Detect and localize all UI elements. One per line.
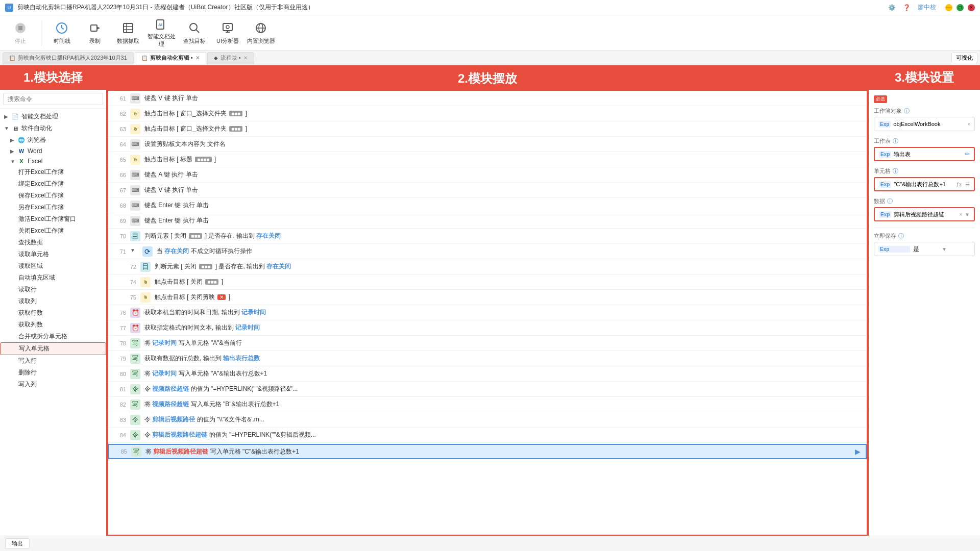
tree-item-software[interactable]: ▼ 🖥 软件自动化 [0, 122, 106, 134]
tab-1-close[interactable]: ✕ [195, 55, 200, 61]
play-icon-85[interactable]: ▶ [855, 447, 861, 456]
tree-item-get-rowcount[interactable]: 获取行数 [0, 307, 106, 319]
settings-section-data: 数据 ⓘ Exp 剪辑后视频路径超链 × ▼ [874, 197, 975, 221]
row-num-80: 80 [113, 371, 126, 377]
record-button[interactable]: 录制 [80, 18, 110, 48]
save-dropdown-icon[interactable]: ▼ [942, 246, 970, 252]
minimize-button[interactable]: — [945, 4, 952, 11]
flow-row-82[interactable]: 82 写 将 视频路径超链 写入单元格 "B"&输出表行总数+1 [108, 397, 867, 412]
row-content-71: 当 存在关闭 不成立时循环执行操作 [157, 247, 862, 256]
stop-button[interactable]: 停止 [5, 18, 36, 48]
tree-item-browser[interactable]: ▶ 🌐 浏览器 [0, 134, 106, 146]
svg-point-16 [226, 26, 229, 29]
row-num-71: 71 [113, 248, 126, 255]
timeline-button[interactable]: 时间线 [46, 18, 77, 48]
data-close-icon[interactable]: × [959, 212, 962, 217]
title-bar-controls[interactable]: ⚙️ ❓ 廖中校 — □ × [888, 3, 975, 12]
flow-row-74[interactable]: 74 🖱 触点击目标 [ 关闭 ■■■ ] [108, 274, 867, 290]
expand-icon-71[interactable]: ▼ [130, 247, 138, 256]
help-icon[interactable]: ❓ [903, 4, 911, 11]
data-field[interactable]: Exp 剪辑后视频路径超链 × ▼ [874, 207, 975, 221]
flow-row-80[interactable]: 80 写 将 记录时间 写入单元格 "A"&输出表行总数+1 [108, 366, 867, 382]
tree-item-read-col[interactable]: 读取列 [0, 295, 106, 307]
maximize-button[interactable]: □ [957, 4, 964, 11]
tree-item-ai-doc[interactable]: ▶ 📄 智能文档处理 [0, 111, 106, 122]
row-num-67: 67 [113, 187, 126, 193]
flow-row-83[interactable]: 83 令 令 剪辑后视频路径 的值为 "\\"&文件名&'.m... [108, 412, 867, 428]
output-button[interactable]: 输出 [5, 538, 30, 549]
tree-item-merge-cell[interactable]: 合并或拆分单元格 [0, 331, 106, 342]
worksheet-field[interactable]: Exp 输出表 ✏ [874, 147, 975, 161]
search-input[interactable] [3, 93, 103, 105]
flow-row-71[interactable]: 71 ▼ ⟳ 当 存在关闭 不成立时循环执行操作 [108, 244, 867, 259]
svg-point-13 [190, 23, 197, 31]
tab-1[interactable]: 📋 剪映自动化剪辑 • ✕ [135, 52, 206, 64]
row-content-80: 将 记录时间 写入单元格 "A"&输出表行总数+1 [144, 369, 862, 378]
close-button[interactable]: × [968, 4, 975, 11]
tree-item-saveas-excel[interactable]: 另存Excel工作簿 [0, 202, 106, 213]
workbook-close-icon[interactable]: × [967, 121, 970, 127]
ai-doc-button[interactable]: AI 智能文档处理 [146, 18, 177, 48]
tree-item-get-colcount[interactable]: 获取列数 [0, 319, 106, 331]
flow-row-79[interactable]: 79 写 获取有数据的行总数, 输出到 输出表行总数 [108, 351, 867, 366]
row-content-69: 键盘 Enter 键 执行 单击 [144, 216, 862, 225]
tree-icon: 📄 [12, 113, 19, 120]
tab-2-icon: ◆ [214, 55, 218, 61]
row-icon-64: ⌨ [130, 139, 140, 149]
tab-2[interactable]: ◆ 流程块 • ✕ [207, 52, 254, 64]
tree-item-find-data[interactable]: 查找数据 [0, 237, 106, 248]
data-capture-button[interactable]: 数据抓取 [113, 18, 143, 48]
flow-row-75[interactable]: 75 🖱 触点击目标 [ 关闭剪映 ✕ ] [108, 290, 867, 305]
worksheet-help-icon: ⓘ [893, 137, 898, 145]
builtin-browser-button[interactable]: 内置浏览器 [246, 18, 276, 48]
flow-row-85[interactable]: 85 写 将 剪辑后视频路径超链 写入单元格 "C"&输出表行总数+1 ▶ [108, 444, 867, 459]
flow-row-76[interactable]: 76 ⏰ 获取本机当前的时间和日期, 输出到 记录时间 [108, 305, 867, 320]
row-icon-78: 写 [130, 338, 140, 348]
flow-row-67[interactable]: 67 ⌨ 键盘 V 键 执行 单击 [108, 183, 867, 198]
flow-row-68[interactable]: 68 ⌨ 键盘 Enter 键 执行 单击 [108, 198, 867, 213]
tree-item-read-range[interactable]: 读取区域 [0, 260, 106, 272]
tree-item-write-row[interactable]: 写入行 [0, 355, 106, 367]
settings-icon[interactable]: ⚙️ [888, 4, 896, 11]
flow-row-63[interactable]: 63 🖱 触点击目标 [ 窗口_选择文件夹 ■■■ ] [108, 121, 867, 137]
flow-row-72[interactable]: 72 目 判断元素 [ 关闭 ■■■ ] 是否存在, 输出到 存在关闭 [108, 259, 867, 274]
tab-0[interactable]: 📋 剪映自化剪映口播RPA机器人2023年10月31 [3, 52, 134, 64]
tree-item-save-excel[interactable]: 保存Excel工作簿 [0, 190, 106, 202]
tree-item-word[interactable]: ▶ W Word [0, 146, 106, 156]
tree-item-bind-excel[interactable]: 绑定Excel工作簿 [0, 178, 106, 190]
tree-item-open-excel[interactable]: 打开Excel工作簿 [0, 166, 106, 178]
tree-item-autofill[interactable]: 自动填充区域 [0, 272, 106, 284]
tree-item-activate-excel[interactable]: 激活Excel工作簿窗口 [0, 213, 106, 225]
flow-row-66[interactable]: 66 ⌨ 键盘 A 键 执行 单击 [108, 167, 867, 183]
row-content-75: 触点击目标 [ 关闭剪映 ✕ ] [155, 293, 862, 302]
flow-row-70[interactable]: 70 目 判断元素 [ 关闭 ■■■ ] 是否存在, 输出到 存在关闭 [108, 229, 867, 244]
worksheet-edit-icon[interactable]: ✏ [965, 151, 970, 158]
visibility-button[interactable]: 可视化 [951, 53, 977, 63]
tree-item-close-excel[interactable]: 关闭Excel工作簿 [0, 225, 106, 237]
flow-row-62[interactable]: 62 🖱 触点击目标 [ 窗口_选择文件夹 ■■■ ] [108, 106, 867, 121]
flow-row-81[interactable]: 81 令 令 视频路径超链 的值为 "=HYPERLINK(""&视频路径&".… [108, 382, 867, 397]
tree-item-write-col[interactable]: 写入列 [0, 379, 106, 390]
flow-row-78[interactable]: 78 写 将 记录时间 写入单元格 "A"&当前行 [108, 336, 867, 351]
cell-field[interactable]: Exp "C"&输出表行总数+1 ƒx ☰ [874, 177, 975, 191]
tree-item-read-cell[interactable]: 读取单元格 [0, 248, 106, 260]
flow-row-69[interactable]: 69 ⌨ 键盘 Enter 键 执行 单击 [108, 213, 867, 229]
flow-row-77[interactable]: 77 ⏰ 获取指定格式的时间文本, 输出到 记录时间 [108, 320, 867, 336]
tree-item-read-row[interactable]: 读取行 [0, 284, 106, 295]
tree-item-delete-row[interactable]: 删除行 [0, 367, 106, 379]
flow-row-64[interactable]: 64 ⌨ 设置剪贴板文本内容为 文件名 [108, 137, 867, 152]
tree-item-excel[interactable]: ▼ X Excel [0, 156, 106, 166]
flow-row-65[interactable]: 65 🖱 触点击目标 [ 标题 ■■■■ ] [108, 152, 867, 167]
flow-row-84[interactable]: 84 令 令 剪辑后视频路径超链 的值为 "=HYPERLINK(""&剪辑后视… [108, 428, 867, 443]
tree-item-write-cell[interactable]: 写入单元格 [0, 342, 106, 355]
save-field[interactable]: Exp 是 ▼ [874, 242, 975, 256]
right-panel: 3.模块设置 必选 工作簿对象 ⓘ Exp objExcelWorkBook ×… [868, 65, 980, 536]
tab-2-close[interactable]: ✕ [243, 55, 248, 61]
data-dropdown-icon[interactable]: ▼ [965, 212, 970, 217]
find-target-button[interactable]: 查找目标 [179, 18, 210, 48]
flow-row-61[interactable]: 61 ⌨ 键盘 V 键 执行 单击 [108, 91, 867, 106]
ui-analyzer-button[interactable]: UI分析器 [212, 18, 243, 48]
tree-label: 删除行 [18, 368, 37, 377]
tree-icon: 🖥 [12, 126, 19, 132]
workbook-field[interactable]: Exp objExcelWorkBook × [874, 117, 975, 131]
